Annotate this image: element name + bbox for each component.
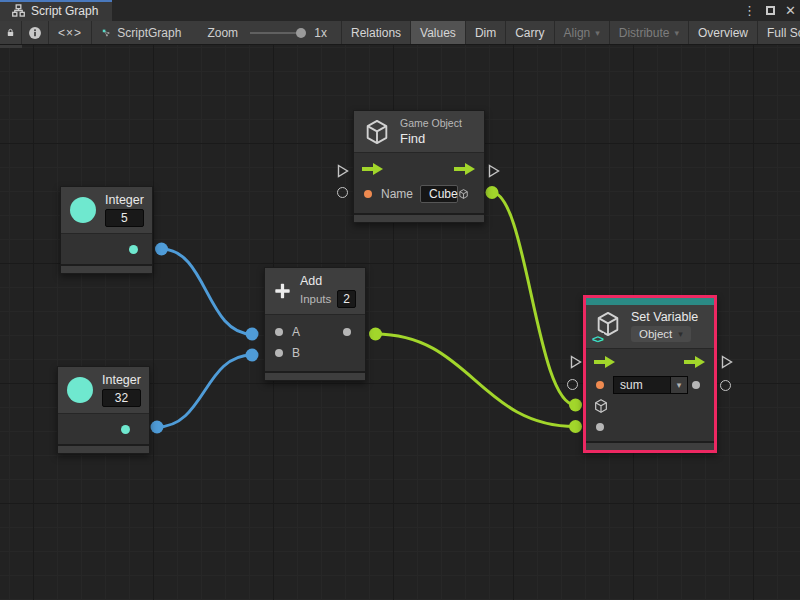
wire-integer-a-to-add-a-endpoint[interactable] [155, 243, 168, 256]
find-flow-in-triangle[interactable] [336, 164, 350, 178]
inputs-count-field[interactable]: 2 [337, 290, 356, 308]
node-header[interactable]: Game Object Find [354, 111, 484, 152]
integer-icon [70, 197, 96, 223]
name-label: Name [381, 187, 413, 201]
zoom-slider[interactable] [250, 32, 302, 34]
wire-integer-b-to-add-b[interactable] [157, 355, 252, 427]
flow-in-port[interactable] [362, 163, 384, 175]
find-flow-out-triangle[interactable] [487, 164, 501, 178]
toolbar-button-dim[interactable]: Dim [466, 21, 506, 44]
input-port-a[interactable] [275, 328, 283, 336]
wire-add-to-setvariable-value-endpoint[interactable] [569, 420, 582, 433]
game-object-icon [363, 118, 391, 146]
variable-scope-dropdown[interactable]: Object ▾ [631, 326, 691, 342]
setvariable-value-out-circle[interactable] [720, 380, 731, 391]
output-port-integer[interactable] [121, 425, 130, 434]
lock-icon [6, 26, 15, 39]
toolbar-button-distribute[interactable]: Distribute ▾ [610, 21, 689, 44]
input-port-new-value[interactable] [596, 423, 604, 431]
maximize-icon[interactable] [766, 6, 775, 15]
wire-integer-b-to-add-b-endpoint[interactable] [151, 421, 164, 434]
node-body: A B [265, 314, 365, 371]
setvariable-flow-out-triangle[interactable] [720, 355, 734, 369]
toolbar-button-full-screen[interactable]: Full Screen [758, 21, 800, 44]
lock-button[interactable] [0, 21, 22, 44]
toolbar-button-values[interactable]: Values [411, 21, 466, 44]
port-a-label: A [292, 325, 300, 339]
node-title: Integer [102, 373, 141, 387]
wire-find-to-setvariable-object-endpoint[interactable] [486, 186, 499, 199]
output-port-integer[interactable] [129, 245, 138, 254]
setvariable-name-port-circle[interactable] [567, 379, 578, 390]
node-body: Name Cube [354, 152, 484, 213]
tab-focus-accent [0, 0, 112, 2]
output-port-value[interactable] [692, 381, 700, 389]
wire-integer-a-to-add-a[interactable] [162, 249, 253, 334]
toolbar-button-overview[interactable]: Overview [689, 21, 758, 44]
integer-value-field[interactable]: 32 [102, 389, 141, 407]
node-footer [586, 441, 714, 450]
output-port-sum[interactable] [343, 328, 351, 336]
flow-out-port[interactable] [684, 356, 706, 368]
input-port-b[interactable] [275, 349, 283, 357]
toolbar-button-carry[interactable]: Carry [506, 21, 554, 44]
node-body [61, 233, 152, 264]
graph-canvas[interactable]: Integer 5 Integer 32 [0, 45, 800, 600]
input-port-object[interactable] [593, 398, 609, 414]
node-header[interactable]: Integer 5 [61, 187, 152, 233]
code-preview-button[interactable]: <×> [49, 21, 92, 44]
node-add[interactable]: Add Inputs 2 A B [264, 267, 366, 381]
info-icon [28, 26, 42, 40]
output-port-game-object[interactable] [458, 186, 469, 202]
wire-add-to-setvariable-value[interactable] [376, 334, 576, 427]
setvariable-flow-in-triangle[interactable] [569, 355, 583, 369]
window-titlebar: Script Graph ⋮ ✕ [0, 0, 800, 21]
node-title: Add [300, 274, 356, 288]
chevron-down-icon: ▾ [671, 376, 688, 394]
node-footer [58, 444, 149, 453]
variable-name-dropdown[interactable]: sum ▾ [613, 376, 688, 394]
input-port-name[interactable] [364, 190, 372, 198]
close-icon[interactable]: ✕ [785, 4, 796, 17]
chevron-down-icon: ▾ [678, 329, 683, 339]
toolbar-button-align[interactable]: Align ▾ [555, 21, 610, 44]
variable-kind-bar [586, 298, 714, 305]
name-value-field[interactable]: Cube [420, 185, 458, 203]
port-b-label: B [292, 346, 300, 360]
wire-integer-a-to-add-a-endpoint[interactable] [246, 328, 259, 341]
integer-value-field[interactable]: 5 [105, 209, 144, 227]
zoom-value: 1x [314, 26, 327, 40]
graph-toolbar: <×> ScriptGraph Zoom 1x Relations Values… [0, 21, 800, 45]
wire-add-to-setvariable-value-endpoint[interactable] [369, 328, 382, 341]
node-title: Set Variable [631, 310, 698, 324]
tab-title: Script Graph [31, 4, 98, 18]
flow-in-port[interactable] [594, 356, 616, 368]
flow-out-port[interactable] [454, 163, 476, 175]
node-body [58, 413, 149, 444]
node-title: Find [400, 131, 462, 146]
inputs-label: Inputs [300, 293, 331, 305]
zoom-label: Zoom [207, 26, 238, 40]
node-title: Integer [105, 193, 144, 207]
find-name-port-circle[interactable] [337, 187, 348, 198]
wire-find-to-setvariable-object-endpoint[interactable] [569, 399, 582, 412]
node-game-object-find[interactable]: Game Object Find Name Cube [353, 110, 485, 223]
script-graph-icon [102, 26, 110, 40]
input-port-variable-name[interactable] [596, 381, 604, 389]
tab-script-graph[interactable]: Script Graph [0, 0, 112, 21]
node-category: Game Object [400, 117, 462, 129]
wire-find-to-setvariable-object[interactable] [492, 193, 576, 406]
chevron-down-icon: ▾ [674, 28, 679, 38]
node-header[interactable]: Add Inputs 2 [265, 268, 365, 314]
node-header[interactable]: <> Set Variable Object ▾ [586, 305, 714, 348]
inspect-button[interactable] [22, 21, 49, 44]
window-menu-icon[interactable]: ⋮ [743, 4, 756, 17]
graph-info-zone: ScriptGraph Zoom 1x [92, 21, 342, 44]
node-header[interactable]: Integer 32 [58, 367, 149, 413]
zoom-slider-handle[interactable] [296, 28, 306, 38]
node-integer-a[interactable]: Integer 5 [60, 186, 153, 274]
wire-integer-b-to-add-b-endpoint[interactable] [246, 349, 259, 362]
toolbar-button-relations[interactable]: Relations [342, 21, 411, 44]
node-integer-b[interactable]: Integer 32 [57, 366, 150, 454]
node-set-variable[interactable]: <> Set Variable Object ▾ [583, 295, 717, 453]
